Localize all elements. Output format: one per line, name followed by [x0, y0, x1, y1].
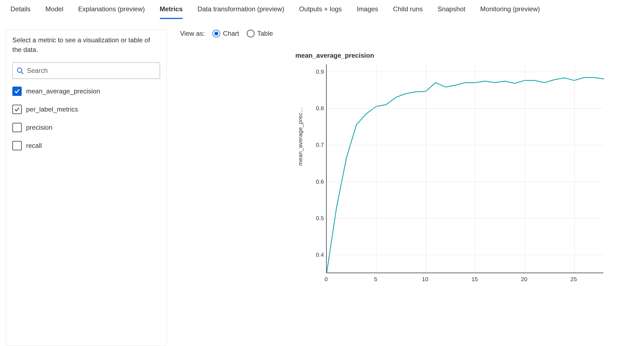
radio-icon — [247, 30, 254, 37]
tab-child-runs[interactable]: Child runs — [393, 2, 423, 19]
chart-y-tick: 0.7 — [307, 142, 324, 148]
tab-outputs-logs[interactable]: Outputs + logs — [299, 2, 342, 19]
chart-gridline-h — [327, 182, 603, 182]
chart-y-tick: 0.6 — [307, 178, 324, 185]
search-input-wrap[interactable] — [12, 62, 160, 79]
metric-item-per-label-metrics[interactable]: per_label_metrics — [12, 105, 160, 114]
chart-x-tick: 0 — [319, 276, 333, 283]
tab-data-transformation-preview[interactable]: Data transformation (preview) — [198, 2, 284, 19]
metric-item-precision[interactable]: precision — [12, 123, 160, 132]
chart-x-tick: 25 — [567, 276, 581, 283]
chart-plot-area[interactable] — [326, 64, 603, 273]
chart-gridline-v — [574, 64, 575, 273]
chart-title: mean_average_precision — [295, 52, 633, 59]
chart-gridline-h — [327, 72, 603, 72]
metric-item-label: mean_average_precision — [26, 87, 100, 95]
metric-item-label: per_label_metrics — [26, 106, 78, 113]
tabs-bar: DetailsModelExplanations (preview)Metric… — [0, 0, 644, 19]
chart-gridline-v — [426, 64, 426, 273]
viewas-option-label: Table — [257, 30, 273, 37]
chart-block: mean_average_precision mean_average_prec… — [295, 52, 633, 290]
chart-y-tick: 0.5 — [307, 215, 324, 222]
chart-gridline-v — [475, 64, 475, 273]
sidebar-instruction: Select a metric to see a visualization o… — [12, 35, 160, 55]
search-icon — [16, 67, 24, 74]
chart-gridline-v — [525, 64, 525, 273]
tab-metrics[interactable]: Metrics — [160, 2, 183, 19]
chart-y-axis-label: mean_average_prec… — [297, 107, 304, 166]
metrics-main: View as: ChartTable mean_average_precisi… — [167, 19, 644, 346]
chart-series-line — [327, 64, 603, 273]
tab-model[interactable]: Model — [45, 2, 63, 19]
viewas-option-label: Chart — [223, 30, 239, 37]
chart-y-tick: 0.8 — [307, 105, 324, 112]
metric-item-label: precision — [26, 124, 52, 131]
chart-gridline-h — [327, 255, 603, 255]
tab-explanations-preview[interactable]: Explanations (preview) — [78, 2, 145, 19]
tab-images[interactable]: Images — [357, 2, 378, 19]
metric-item-mean-average-precision[interactable]: mean_average_precision — [12, 87, 160, 96]
metrics-sidebar: Select a metric to see a visualization o… — [5, 30, 167, 346]
checkbox-icon[interactable] — [12, 141, 22, 150]
chart-y-tick: 0.9 — [307, 68, 324, 75]
tab-details[interactable]: Details — [10, 2, 30, 19]
search-input[interactable] — [26, 67, 156, 75]
chart-gridline-v — [376, 64, 376, 273]
viewas-option-table[interactable]: Table — [247, 30, 273, 37]
checkbox-icon[interactable] — [12, 105, 22, 114]
view-as-label: View as: — [180, 30, 205, 37]
radio-icon — [212, 30, 220, 37]
metric-item-recall[interactable]: recall — [12, 141, 160, 150]
chart-x-tick: 15 — [468, 276, 481, 283]
chart-y-tick: 0.4 — [307, 251, 324, 258]
checkbox-icon[interactable] — [12, 123, 22, 132]
viewas-option-chart[interactable]: Chart — [212, 30, 239, 37]
checkbox-icon[interactable] — [12, 87, 22, 96]
metric-item-label: recall — [26, 142, 42, 150]
metric-list: mean_average_precisionper_label_metricsp… — [12, 87, 160, 150]
svg-line-1 — [21, 72, 23, 74]
tab-monitoring-preview[interactable]: Monitoring (preview) — [480, 2, 540, 19]
tab-snapshot[interactable]: Snapshot — [438, 2, 465, 19]
chart-stage: mean_average_prec… 0.40.50.60.70.80.9051… — [295, 64, 606, 290]
chart-gridline-h — [327, 108, 603, 109]
view-as-group: View as: ChartTable — [180, 30, 633, 37]
chart-x-tick: 20 — [517, 276, 531, 283]
chart-x-tick: 10 — [418, 276, 432, 283]
chart-x-tick: 5 — [369, 276, 382, 283]
chart-gridline-h — [327, 218, 603, 218]
chart-gridline-h — [327, 145, 603, 145]
